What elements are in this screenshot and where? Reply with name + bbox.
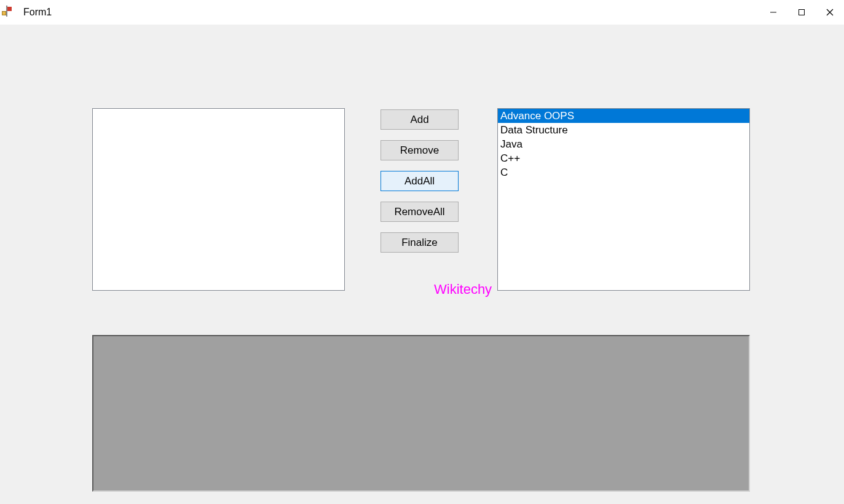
addall-button[interactable]: AddAll bbox=[381, 171, 459, 191]
add-button[interactable]: Add bbox=[381, 109, 459, 130]
list-item[interactable]: C++ bbox=[498, 151, 749, 165]
titlebar: Form1 bbox=[0, 0, 844, 25]
list-item[interactable]: C bbox=[498, 165, 749, 179]
list-item[interactable]: Advance OOPS bbox=[498, 109, 749, 123]
removeall-button[interactable]: RemoveAll bbox=[381, 202, 459, 222]
finalize-button[interactable]: Finalize bbox=[381, 232, 459, 253]
watermark-label: Wikitechy bbox=[434, 282, 492, 297]
maximize-icon bbox=[798, 9, 805, 16]
list-item[interactable]: Data Structure bbox=[498, 123, 749, 137]
button-column: Add Remove AddAll RemoveAll Finalize bbox=[381, 109, 459, 263]
remove-button[interactable]: Remove bbox=[381, 140, 459, 160]
close-button[interactable] bbox=[816, 0, 844, 25]
listbox-right[interactable]: Advance OOPSData StructureJavaC++C bbox=[497, 108, 750, 291]
client-area: Add Remove AddAll RemoveAll Finalize Adv… bbox=[0, 25, 844, 504]
list-item[interactable]: Java bbox=[498, 137, 749, 151]
listbox-left[interactable] bbox=[92, 108, 345, 291]
maximize-button[interactable] bbox=[787, 0, 816, 25]
minimize-button[interactable] bbox=[759, 0, 787, 25]
close-icon bbox=[826, 9, 834, 16]
gray-panel bbox=[92, 335, 750, 492]
window-title: Form1 bbox=[23, 7, 52, 18]
svg-rect-1 bbox=[799, 10, 805, 15]
app-icon bbox=[6, 6, 18, 18]
minimize-icon bbox=[770, 9, 777, 16]
